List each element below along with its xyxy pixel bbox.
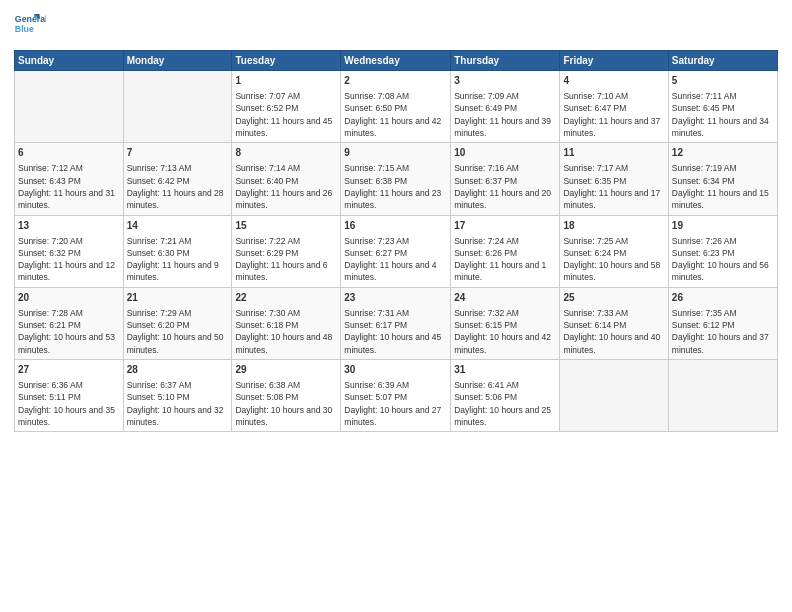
day-info: Sunrise: 7:07 AM Sunset: 6:52 PM Dayligh… [235,90,337,139]
weekday-header-friday: Friday [560,51,668,71]
svg-text:Blue: Blue [15,24,34,34]
day-info: Sunrise: 7:14 AM Sunset: 6:40 PM Dayligh… [235,162,337,211]
day-info: Sunrise: 7:08 AM Sunset: 6:50 PM Dayligh… [344,90,447,139]
calendar-cell: 23Sunrise: 7:31 AM Sunset: 6:17 PM Dayli… [341,287,451,359]
calendar-cell: 29Sunrise: 6:38 AM Sunset: 5:08 PM Dayli… [232,360,341,432]
day-number: 31 [454,363,556,377]
calendar-cell: 8Sunrise: 7:14 AM Sunset: 6:40 PM Daylig… [232,143,341,215]
calendar-cell: 3Sunrise: 7:09 AM Sunset: 6:49 PM Daylig… [451,71,560,143]
day-info: Sunrise: 7:22 AM Sunset: 6:29 PM Dayligh… [235,235,337,284]
day-info: Sunrise: 7:10 AM Sunset: 6:47 PM Dayligh… [563,90,664,139]
calendar-cell: 26Sunrise: 7:35 AM Sunset: 6:12 PM Dayli… [668,287,777,359]
day-number: 24 [454,291,556,305]
day-number: 26 [672,291,774,305]
weekday-header-sunday: Sunday [15,51,124,71]
day-number: 20 [18,291,120,305]
calendar-cell: 14Sunrise: 7:21 AM Sunset: 6:30 PM Dayli… [123,215,232,287]
day-number: 5 [672,74,774,88]
day-number: 22 [235,291,337,305]
weekday-header-thursday: Thursday [451,51,560,71]
calendar-cell: 1Sunrise: 7:07 AM Sunset: 6:52 PM Daylig… [232,71,341,143]
week-row-1: 1Sunrise: 7:07 AM Sunset: 6:52 PM Daylig… [15,71,778,143]
day-number: 3 [454,74,556,88]
calendar-cell: 4Sunrise: 7:10 AM Sunset: 6:47 PM Daylig… [560,71,668,143]
day-info: Sunrise: 7:28 AM Sunset: 6:21 PM Dayligh… [18,307,120,356]
day-number: 19 [672,219,774,233]
day-info: Sunrise: 7:26 AM Sunset: 6:23 PM Dayligh… [672,235,774,284]
day-info: Sunrise: 7:21 AM Sunset: 6:30 PM Dayligh… [127,235,229,284]
day-number: 8 [235,146,337,160]
weekday-header-monday: Monday [123,51,232,71]
calendar-cell [668,360,777,432]
day-info: Sunrise: 7:15 AM Sunset: 6:38 PM Dayligh… [344,162,447,211]
calendar-cell: 13Sunrise: 7:20 AM Sunset: 6:32 PM Dayli… [15,215,124,287]
day-number: 16 [344,219,447,233]
day-number: 25 [563,291,664,305]
weekday-header-tuesday: Tuesday [232,51,341,71]
day-info: Sunrise: 7:13 AM Sunset: 6:42 PM Dayligh… [127,162,229,211]
day-number: 13 [18,219,120,233]
calendar-cell: 18Sunrise: 7:25 AM Sunset: 6:24 PM Dayli… [560,215,668,287]
calendar-cell: 10Sunrise: 7:16 AM Sunset: 6:37 PM Dayli… [451,143,560,215]
calendar-cell [15,71,124,143]
calendar-cell: 7Sunrise: 7:13 AM Sunset: 6:42 PM Daylig… [123,143,232,215]
day-info: Sunrise: 7:35 AM Sunset: 6:12 PM Dayligh… [672,307,774,356]
calendar-cell: 2Sunrise: 7:08 AM Sunset: 6:50 PM Daylig… [341,71,451,143]
calendar-cell: 9Sunrise: 7:15 AM Sunset: 6:38 PM Daylig… [341,143,451,215]
weekday-header-row: SundayMondayTuesdayWednesdayThursdayFrid… [15,51,778,71]
day-info: Sunrise: 7:11 AM Sunset: 6:45 PM Dayligh… [672,90,774,139]
day-info: Sunrise: 6:38 AM Sunset: 5:08 PM Dayligh… [235,379,337,428]
week-row-4: 20Sunrise: 7:28 AM Sunset: 6:21 PM Dayli… [15,287,778,359]
week-row-3: 13Sunrise: 7:20 AM Sunset: 6:32 PM Dayli… [15,215,778,287]
day-number: 14 [127,219,229,233]
day-number: 30 [344,363,447,377]
day-number: 7 [127,146,229,160]
day-info: Sunrise: 7:16 AM Sunset: 6:37 PM Dayligh… [454,162,556,211]
day-info: Sunrise: 6:39 AM Sunset: 5:07 PM Dayligh… [344,379,447,428]
calendar-cell: 19Sunrise: 7:26 AM Sunset: 6:23 PM Dayli… [668,215,777,287]
day-info: Sunrise: 7:31 AM Sunset: 6:17 PM Dayligh… [344,307,447,356]
day-number: 12 [672,146,774,160]
calendar-cell: 15Sunrise: 7:22 AM Sunset: 6:29 PM Dayli… [232,215,341,287]
day-number: 4 [563,74,664,88]
logo: GeneralBlue [14,10,46,42]
header: GeneralBlue [14,10,778,42]
calendar-cell: 31Sunrise: 6:41 AM Sunset: 5:06 PM Dayli… [451,360,560,432]
day-number: 29 [235,363,337,377]
calendar-cell: 17Sunrise: 7:24 AM Sunset: 6:26 PM Dayli… [451,215,560,287]
day-number: 11 [563,146,664,160]
day-number: 2 [344,74,447,88]
page: GeneralBlue SundayMondayTuesdayWednesday… [0,0,792,612]
day-number: 1 [235,74,337,88]
day-number: 23 [344,291,447,305]
day-info: Sunrise: 7:20 AM Sunset: 6:32 PM Dayligh… [18,235,120,284]
day-number: 10 [454,146,556,160]
day-number: 18 [563,219,664,233]
calendar-cell [560,360,668,432]
day-info: Sunrise: 6:36 AM Sunset: 5:11 PM Dayligh… [18,379,120,428]
calendar-table: SundayMondayTuesdayWednesdayThursdayFrid… [14,50,778,432]
calendar-cell: 5Sunrise: 7:11 AM Sunset: 6:45 PM Daylig… [668,71,777,143]
day-info: Sunrise: 7:23 AM Sunset: 6:27 PM Dayligh… [344,235,447,284]
day-info: Sunrise: 7:12 AM Sunset: 6:43 PM Dayligh… [18,162,120,211]
day-number: 9 [344,146,447,160]
calendar-cell: 21Sunrise: 7:29 AM Sunset: 6:20 PM Dayli… [123,287,232,359]
day-info: Sunrise: 7:24 AM Sunset: 6:26 PM Dayligh… [454,235,556,284]
calendar-cell: 20Sunrise: 7:28 AM Sunset: 6:21 PM Dayli… [15,287,124,359]
calendar-cell: 28Sunrise: 6:37 AM Sunset: 5:10 PM Dayli… [123,360,232,432]
calendar-cell: 24Sunrise: 7:32 AM Sunset: 6:15 PM Dayli… [451,287,560,359]
day-info: Sunrise: 7:19 AM Sunset: 6:34 PM Dayligh… [672,162,774,211]
day-number: 28 [127,363,229,377]
day-info: Sunrise: 6:37 AM Sunset: 5:10 PM Dayligh… [127,379,229,428]
day-info: Sunrise: 7:30 AM Sunset: 6:18 PM Dayligh… [235,307,337,356]
calendar-cell: 30Sunrise: 6:39 AM Sunset: 5:07 PM Dayli… [341,360,451,432]
day-info: Sunrise: 7:33 AM Sunset: 6:14 PM Dayligh… [563,307,664,356]
week-row-2: 6Sunrise: 7:12 AM Sunset: 6:43 PM Daylig… [15,143,778,215]
svg-text:General: General [15,14,46,24]
weekday-header-wednesday: Wednesday [341,51,451,71]
weekday-header-saturday: Saturday [668,51,777,71]
week-row-5: 27Sunrise: 6:36 AM Sunset: 5:11 PM Dayli… [15,360,778,432]
day-number: 15 [235,219,337,233]
calendar-cell: 27Sunrise: 6:36 AM Sunset: 5:11 PM Dayli… [15,360,124,432]
day-info: Sunrise: 7:29 AM Sunset: 6:20 PM Dayligh… [127,307,229,356]
